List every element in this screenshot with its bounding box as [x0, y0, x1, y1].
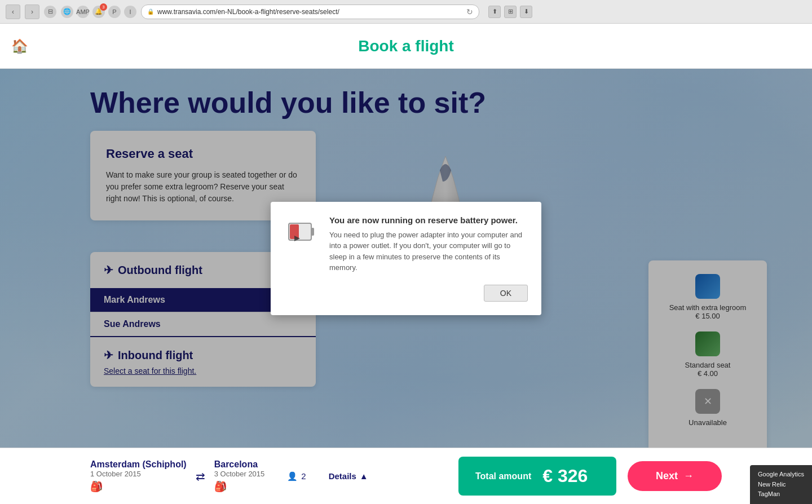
destination-baggage-icon: 🎒	[214, 480, 265, 493]
lock-icon: 🔒	[147, 8, 154, 15]
share-button[interactable]: ⬆	[488, 6, 501, 18]
main-content: Where would you like to sit? Reserve a s…	[0, 69, 812, 448]
modal-overlay: You are now running on reserve battery p…	[0, 69, 812, 448]
destination-city-info: Barcelona 3 October 2015 🎒	[214, 459, 265, 493]
chevron-up-icon: ▲	[360, 471, 368, 481]
battery-icon	[284, 215, 318, 249]
browser-extension-icons: 🌐 AMP 🔔 3 P I	[61, 6, 136, 18]
tab-overview-button[interactable]: ⊞	[504, 6, 517, 18]
tag-google-analytics: Google Analytics	[758, 470, 804, 480]
origin-city-info: Amsterdam (Schiphol) 1 October 2015 🎒	[90, 459, 187, 493]
refresh-icon[interactable]: ↻	[466, 7, 473, 16]
globe-icon[interactable]: 🌐	[61, 6, 73, 18]
browser-chrome: ‹ › ⊟ 🌐 AMP 🔔 3 P I 🔒 www.transavia.com/…	[0, 0, 812, 24]
pinterest-icon[interactable]: P	[108, 6, 121, 18]
modal-description: You need to plug the power adapter into …	[329, 229, 528, 273]
next-button[interactable]: Next →	[628, 461, 722, 491]
tag-new-relic: New Relic	[758, 480, 804, 490]
origin-city-name: Amsterdam (Schiphol)	[90, 459, 187, 470]
modal-text: You are now running on reserve battery p…	[329, 215, 528, 273]
modal-title: You are now running on reserve battery p…	[329, 215, 528, 225]
tag-widget: Google Analytics New Relic TagMan	[750, 465, 812, 504]
browser-action-buttons: ⬆ ⊞ ⬇	[488, 6, 532, 18]
tag-tagman: TagMan	[758, 489, 804, 499]
nav-forward-button[interactable]: ›	[25, 5, 39, 19]
total-amount: € 326	[542, 466, 588, 487]
tab-bar: ⊟	[44, 6, 56, 18]
total-amount-box: Total amount € 326	[458, 457, 616, 496]
home-button[interactable]: 🏠	[11, 38, 28, 54]
origin-baggage-icon: 🎒	[90, 480, 187, 493]
bottom-bar: Amsterdam (Schiphol) 1 October 2015 🎒 ⇄ …	[0, 448, 812, 504]
total-label: Total amount	[475, 471, 531, 481]
amp-icon[interactable]: AMP	[77, 6, 89, 18]
destination-date: 3 October 2015	[214, 470, 265, 478]
user-icon[interactable]: I	[124, 6, 136, 18]
passengers-count: 2	[301, 471, 306, 481]
details-button[interactable]: Details ▲	[329, 471, 368, 481]
url-text: www.transavia.com/en-NL/book-a-flight/re…	[157, 8, 339, 16]
origin-date: 1 October 2015	[90, 470, 187, 478]
route-direction-icon: ⇄	[196, 470, 205, 483]
modal-ok-button[interactable]: OK	[484, 285, 528, 302]
tab-icon[interactable]: ⊟	[44, 6, 56, 18]
notification-icon[interactable]: 🔔 3	[92, 6, 105, 18]
app-title: Book a flight	[358, 37, 454, 55]
battery-warning-modal: You are now running on reserve battery p…	[271, 202, 541, 315]
details-label: Details	[329, 471, 356, 481]
modal-footer: OK	[284, 285, 528, 302]
app-header: 🏠 Book a flight	[0, 24, 812, 69]
notification-badge: 3	[100, 3, 107, 11]
svg-rect-3	[311, 228, 314, 236]
next-label: Next	[656, 470, 678, 482]
nav-back-button[interactable]: ‹	[6, 5, 20, 19]
destination-city-name: Barcelona	[214, 459, 265, 470]
url-bar[interactable]: 🔒 www.transavia.com/en-NL/book-a-flight/…	[141, 5, 479, 19]
flight-info: Amsterdam (Schiphol) 1 October 2015 🎒 ⇄ …	[90, 459, 458, 493]
passengers-icon: 👤	[287, 471, 298, 481]
next-arrow-icon: →	[683, 470, 694, 482]
route-info: Amsterdam (Schiphol) 1 October 2015 🎒 ⇄ …	[90, 459, 264, 493]
modal-body: You are now running on reserve battery p…	[284, 215, 528, 273]
download-button[interactable]: ⬇	[520, 6, 532, 18]
passengers-count-info: 👤 2	[287, 471, 306, 481]
